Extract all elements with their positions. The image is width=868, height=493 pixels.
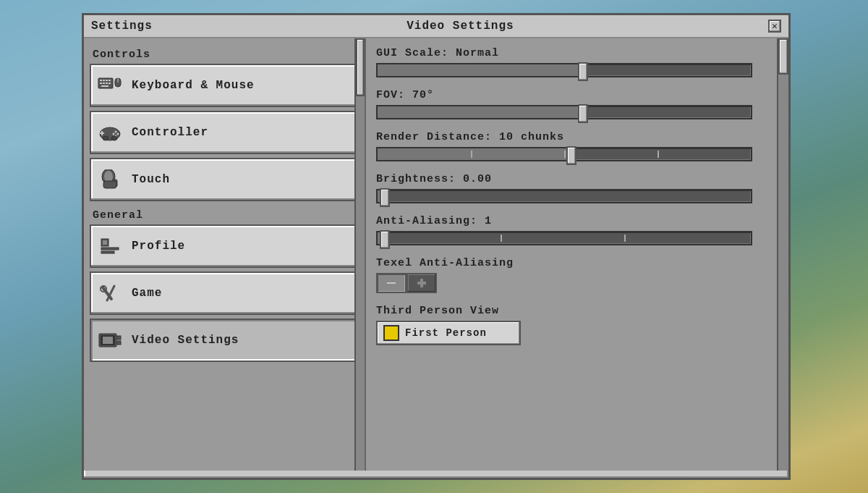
svg-rect-1 <box>100 80 102 81</box>
fov-setting: FOV: 70° <box>376 89 778 119</box>
svg-rect-14 <box>100 132 104 134</box>
svg-point-19 <box>103 136 109 140</box>
game-icon <box>97 280 123 306</box>
brightness-setting: Brightness: 0.00 <box>376 173 778 203</box>
profile-icon <box>97 233 123 259</box>
main-panel: GUI Scale: Normal FOV: 70° Render Distan… <box>366 38 788 471</box>
svg-rect-6 <box>103 83 105 84</box>
sidebar-item-profile[interactable]: Profile <box>90 224 359 268</box>
svg-rect-8 <box>109 83 111 84</box>
svg-rect-39 <box>417 282 426 285</box>
svg-rect-9 <box>101 85 109 87</box>
svg-rect-34 <box>103 337 113 344</box>
render-distance-thumb[interactable] <box>566 146 576 165</box>
aa-tick-1 <box>501 235 502 242</box>
svg-rect-28 <box>101 251 114 253</box>
controller-icon <box>97 119 123 146</box>
sidebar-item-controller[interactable]: Controller <box>90 111 359 154</box>
sidebar-item-keyboard-mouse[interactable]: Keyboard & Mouse <box>90 64 359 107</box>
window-content: Controls <box>84 38 788 471</box>
game-label: Game <box>132 287 162 300</box>
third-person-label: Third Person View <box>376 305 778 317</box>
svg-rect-27 <box>101 248 119 250</box>
svg-point-20 <box>111 136 117 140</box>
svg-rect-7 <box>106 83 108 84</box>
render-distance-label: Render Distance: 10 chunks <box>376 131 778 143</box>
svg-rect-24 <box>103 181 116 188</box>
svg-point-17 <box>113 133 115 135</box>
sidebar-scrollbar[interactable] <box>354 38 365 471</box>
svg-rect-35 <box>117 336 121 340</box>
anti-aliasing-label: Anti-Aliasing: 1 <box>376 215 778 227</box>
gui-scale-label: GUI Scale: Normal <box>376 47 778 59</box>
gui-scale-thumb[interactable] <box>578 62 588 81</box>
sidebar-item-touch[interactable]: Touch <box>90 158 359 201</box>
brightness-slider[interactable] <box>376 189 752 203</box>
svg-rect-36 <box>117 341 121 345</box>
title-bar: Settings Video Settings ✕ <box>84 15 788 38</box>
gui-scale-fill <box>378 64 583 76</box>
render-distance-slider[interactable] <box>376 147 752 161</box>
svg-rect-5 <box>100 83 102 84</box>
main-scrollbar[interactable] <box>777 38 788 471</box>
gui-scale-setting: GUI Scale: Normal <box>376 47 778 77</box>
gui-scale-slider[interactable] <box>376 63 752 77</box>
svg-rect-3 <box>106 80 108 81</box>
sidebar: Controls <box>84 38 366 471</box>
anti-aliasing-setting: Anti-Aliasing: 1 <box>376 215 778 245</box>
controller-label: Controller <box>132 126 208 139</box>
sidebar-scrollbar-thumb[interactable] <box>356 38 365 96</box>
render-distance-setting: Render Distance: 10 chunks <box>376 131 778 161</box>
toggle-off-option[interactable] <box>376 273 407 293</box>
video-icon <box>97 327 123 353</box>
controls-section-header: Controls <box>90 44 359 64</box>
general-section-header: General <box>90 205 359 224</box>
fov-slider[interactable] <box>376 105 752 119</box>
texel-anti-aliasing-setting: Texel Anti-Aliasing <box>376 257 778 293</box>
video-settings-label: Video Settings <box>132 334 239 347</box>
keyboard-icon <box>97 72 123 98</box>
touch-icon <box>97 167 123 193</box>
render-tick-2 <box>564 151 566 158</box>
sidebar-item-video-settings[interactable]: Video Settings <box>90 319 359 362</box>
touch-label: Touch <box>132 173 170 186</box>
brightness-thumb[interactable] <box>380 188 390 207</box>
svg-rect-2 <box>103 80 105 81</box>
window-title-center: Video Settings <box>407 20 514 33</box>
texel-aa-toggle[interactable] <box>376 273 778 293</box>
fov-fill <box>378 106 583 118</box>
close-button[interactable]: ✕ <box>768 20 781 33</box>
third-person-view-setting: Third Person View First Person <box>376 305 778 345</box>
render-tick-3 <box>658 151 659 158</box>
brightness-label: Brightness: 0.00 <box>376 173 778 185</box>
fov-label: FOV: 70° <box>376 89 778 101</box>
anti-aliasing-slider[interactable] <box>376 231 752 245</box>
sidebar-item-game[interactable]: Game <box>90 271 359 315</box>
main-scrollbar-thumb[interactable] <box>778 38 788 75</box>
toggle-on-option[interactable] <box>407 273 437 293</box>
anti-aliasing-thumb[interactable] <box>380 230 390 249</box>
profile-label: Profile <box>132 240 185 253</box>
texel-aa-label: Texel Anti-Aliasing <box>376 257 778 269</box>
svg-rect-26 <box>103 240 107 245</box>
svg-point-15 <box>115 131 117 133</box>
svg-rect-37 <box>387 282 396 284</box>
fov-thumb[interactable] <box>578 104 588 123</box>
aa-tick-2 <box>624 235 626 242</box>
settings-window: Settings Video Settings ✕ Controls <box>82 13 791 480</box>
render-tick-1 <box>471 151 472 158</box>
svg-rect-4 <box>109 80 111 81</box>
svg-point-16 <box>117 133 119 135</box>
keyboard-mouse-label: Keyboard & Mouse <box>132 79 255 92</box>
dropdown-value: First Person <box>405 327 487 339</box>
third-person-dropdown[interactable]: First Person <box>376 321 521 345</box>
window-title-left: Settings <box>91 20 153 33</box>
dropdown-color-box <box>383 325 399 341</box>
render-distance-fill <box>378 148 571 160</box>
